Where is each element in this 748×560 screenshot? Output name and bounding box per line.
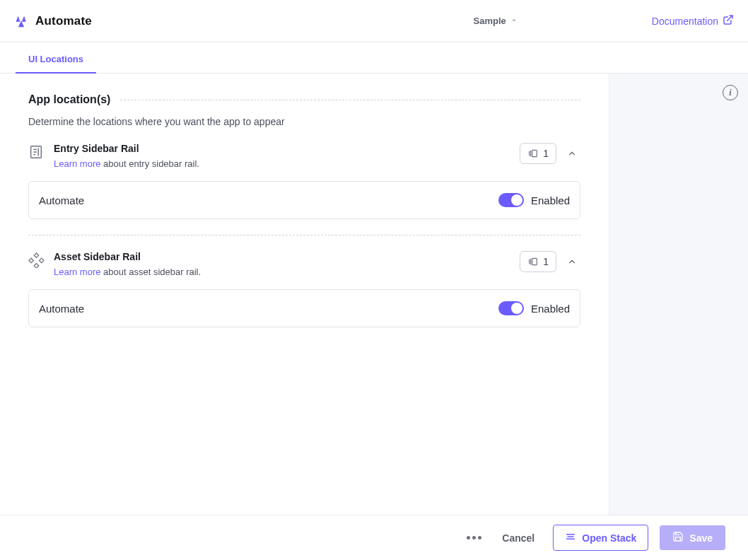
divider <box>28 235 580 235</box>
document-sidebar-icon <box>28 144 44 160</box>
learn-more-tail: about entry sidebar rail. <box>100 158 199 169</box>
location-toggle-card: Automate Enabled <box>28 289 580 327</box>
save-button[interactable]: Save <box>660 525 725 550</box>
learn-more-link[interactable]: Learn more <box>54 158 100 169</box>
external-link-icon <box>723 14 734 28</box>
app-title: Automate <box>35 14 92 28</box>
documentation-link[interactable]: Documentation <box>652 14 734 28</box>
svg-rect-12 <box>34 264 38 268</box>
save-label: Save <box>689 532 713 544</box>
top-bar: Automate Sample Documentation <box>0 0 748 42</box>
svg-rect-8 <box>532 150 537 156</box>
open-stack-label: Open Stack <box>582 532 636 544</box>
open-stack-button[interactable]: Open Stack <box>553 525 648 551</box>
svg-rect-11 <box>40 258 44 262</box>
location-toggle-card: Automate Enabled <box>28 181 580 219</box>
app-logo: Automate <box>14 14 92 28</box>
stack-selector-label: Sample <box>474 16 506 26</box>
collapse-toggle[interactable] <box>563 253 580 270</box>
location-title: Asset Sidebar Rail <box>54 251 510 262</box>
stack-icon <box>565 531 576 544</box>
main-panel: App location(s) Determine the locations … <box>0 74 609 515</box>
chevron-down-icon <box>510 16 518 26</box>
location-count: 1 <box>543 148 549 159</box>
svg-rect-15 <box>532 258 537 264</box>
svg-line-0 <box>727 16 732 21</box>
svg-rect-10 <box>29 258 33 262</box>
save-icon <box>672 531 684 544</box>
section-header: App location(s) <box>28 93 580 106</box>
svg-rect-9 <box>34 253 38 257</box>
toggle-state: Enabled <box>531 303 570 315</box>
learn-more-link[interactable]: Learn more <box>54 267 100 277</box>
location-entry-sidebar: Entry Sidebar Rail Learn more about entr… <box>28 143 580 219</box>
toggle-label: Automate <box>39 303 84 315</box>
dots-horizontal-icon <box>467 536 481 539</box>
enable-toggle[interactable] <box>498 301 524 315</box>
collapse-toggle[interactable] <box>563 145 580 162</box>
section-subtitle: Determine the locations where you want t… <box>28 116 580 127</box>
info-button[interactable]: i <box>723 85 738 100</box>
cancel-button[interactable]: Cancel <box>495 527 542 549</box>
more-actions-button[interactable] <box>464 528 484 548</box>
location-asset-sidebar: Asset Sidebar Rail Learn more about asse… <box>28 251 580 327</box>
toggle-label: Automate <box>39 194 84 206</box>
diamond-grid-icon <box>28 252 44 268</box>
location-count: 1 <box>543 256 549 267</box>
workspace: App location(s) Determine the locations … <box>0 74 748 515</box>
logo-icon <box>14 14 28 28</box>
enable-toggle[interactable] <box>498 193 524 207</box>
footer-bar: Cancel Open Stack Save <box>0 515 748 560</box>
location-title: Entry Sidebar Rail <box>54 143 510 154</box>
location-count-badge: 1 <box>520 143 556 164</box>
stack-selector[interactable]: Sample <box>474 16 518 26</box>
learn-more-tail: about asset sidebar rail. <box>100 267 201 277</box>
toggle-state: Enabled <box>531 194 570 206</box>
side-gutter: i <box>609 74 748 515</box>
tab-ui-locations[interactable]: UI Locations <box>28 54 83 73</box>
tab-strip: UI Locations <box>0 42 748 74</box>
divider <box>120 100 580 100</box>
location-count-badge: 1 <box>520 251 556 272</box>
section-title: App location(s) <box>28 93 110 106</box>
documentation-link-label: Documentation <box>652 16 718 27</box>
